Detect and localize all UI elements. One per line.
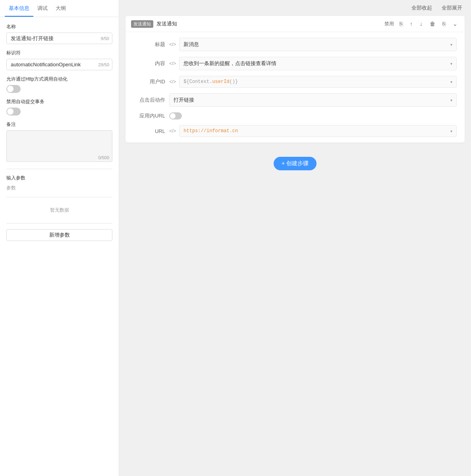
params-sub-label: 参数: [6, 185, 16, 191]
id-count: 29/50: [98, 62, 109, 67]
userid-code-icon: </>: [169, 79, 176, 85]
collapse-all-button[interactable]: 全部收起: [409, 3, 434, 13]
file-icon[interactable]: ⎘: [398, 20, 404, 28]
content-label: 内容: [133, 60, 165, 67]
tab-basic-info[interactable]: 基本信息: [5, 0, 33, 17]
inapp-row: 应用内URL: [133, 112, 457, 119]
chevron-icon[interactable]: ⌄: [451, 20, 459, 28]
params-header: 输入参数: [6, 175, 112, 181]
action-chevron: ▾: [450, 98, 452, 102]
action-select[interactable]: 打开链接 ▾: [169, 93, 457, 107]
action-content: 打开链接 ▾: [169, 93, 457, 107]
create-step-area: + 创建步骤: [125, 147, 465, 177]
auto-submit-label: 禁用自动提交事务: [6, 98, 112, 105]
note-textarea-wrapper: 0/500: [6, 130, 112, 163]
action-row: 点击后动作 打开链接 ▾: [133, 93, 457, 107]
http-toggle[interactable]: [6, 85, 21, 93]
auto-submit-group: 禁用自动提交事务: [6, 98, 112, 116]
tabs-bar: 基本信息 调试 大纲: [0, 0, 119, 17]
content-chevron: ▾: [450, 62, 452, 66]
note-textarea[interactable]: [6, 130, 112, 162]
create-step-button[interactable]: + 创建步骤: [274, 157, 317, 170]
content-row: 内容 </> 您收到一条新的提醒，点击链接查看详情 ▾: [133, 57, 457, 70]
url-row: URL </> https://informat.cn ▾: [133, 125, 457, 137]
id-input-wrapper: 29/50: [6, 59, 112, 70]
name-label: 名称: [6, 23, 112, 30]
auto-submit-toggle-row: [6, 108, 112, 116]
note-label: 备注: [6, 121, 112, 128]
userid-suffix: ()}: [230, 79, 238, 85]
url-code-icon: </>: [169, 128, 176, 134]
id-label: 标识符: [6, 50, 112, 56]
userid-prefix: ${Context.: [183, 79, 212, 85]
auto-submit-toggle[interactable]: [6, 108, 21, 116]
action-value: 打开链接: [174, 96, 194, 104]
left-panel: 基本信息 调试 大纲 名称 9/50 标识符 29/50 允许通过Http方式调…: [0, 0, 119, 476]
right-header: 全部收起 全部展开: [119, 0, 471, 16]
url-field-box[interactable]: https://informat.cn ▾: [179, 125, 457, 137]
params-section: 输入参数 参数: [6, 175, 112, 191]
name-input[interactable]: [6, 33, 112, 44]
id-input[interactable]: [6, 59, 112, 70]
arrow-down-icon[interactable]: ↓: [418, 20, 424, 28]
url-chevron: ▾: [450, 129, 452, 133]
userid-field-box[interactable]: ${Context.userId()} ▾: [179, 76, 457, 88]
right-panel: 全部收起 全部展开 发送通知 发送通知 禁用 ⎘ ↑ ↓ 🗑 ⎘ ⌄: [119, 0, 471, 476]
name-field-group: 名称 9/50: [6, 23, 112, 44]
id-field-group: 标识符 29/50: [6, 50, 112, 70]
step-card: 发送通知 发送通知 禁用 ⎘ ↑ ↓ 🗑 ⎘ ⌄ 标题: [125, 16, 465, 143]
tab-outline[interactable]: 大纲: [52, 0, 70, 17]
http-label: 允许通过Http方式调用自动化: [6, 76, 112, 83]
tab-debug[interactable]: 调试: [33, 0, 52, 17]
content-code-icon: </>: [169, 61, 176, 66]
action-label: 点击后动作: [133, 96, 165, 104]
add-param-button[interactable]: 新增参数: [6, 229, 112, 241]
title-code-icon: </>: [169, 42, 176, 47]
title-row: 标题 </> 新消息 ▾: [133, 38, 457, 51]
userid-label: 用户ID: [133, 78, 165, 85]
params-sub-header: 参数: [6, 185, 112, 191]
title-value: 新消息: [183, 41, 199, 48]
step-card-header: 发送通知 发送通知 禁用 ⎘ ↑ ↓ 🗑 ⎘ ⌄: [125, 16, 465, 32]
delete-icon[interactable]: 🗑: [428, 20, 437, 28]
expand-all-button[interactable]: 全部展开: [439, 3, 465, 13]
divider-2: [6, 197, 112, 197]
divider-1: [6, 169, 112, 169]
divider-3: [6, 223, 112, 224]
right-body: 发送通知 发送通知 禁用 ⎘ ↑ ↓ 🗑 ⎘ ⌄ 标题: [119, 16, 471, 183]
empty-tip: 暂无数据: [6, 203, 112, 218]
step-card-title: 发送通知: [156, 20, 381, 27]
disable-button[interactable]: 禁用: [384, 21, 394, 27]
userid-method: userId: [212, 79, 229, 85]
userid-chevron: ▾: [450, 80, 452, 84]
name-input-wrapper: 9/50: [6, 33, 112, 44]
content-value: 您收到一条新的提醒，点击链接查看详情: [183, 60, 276, 67]
inapp-label: 应用内URL: [133, 112, 165, 119]
url-content: </> https://informat.cn ▾: [169, 125, 457, 137]
userid-content: </> ${Context.userId()} ▾: [169, 76, 457, 88]
name-count: 9/50: [101, 36, 109, 41]
title-content: </> 新消息 ▾: [169, 38, 457, 51]
note-count: 0/500: [98, 155, 109, 160]
title-chevron: ▾: [450, 42, 452, 47]
content-content: </> 您收到一条新的提醒，点击链接查看详情 ▾: [169, 57, 457, 70]
left-content: 名称 9/50 标识符 29/50 允许通过Http方式调用自动化 禁用自动提交…: [0, 17, 119, 247]
note-field-group: 备注 0/500: [6, 121, 112, 163]
http-toggle-group: 允许通过Http方式调用自动化: [6, 76, 112, 93]
step-type-badge: 发送通知: [131, 20, 153, 28]
title-label: 标题: [133, 41, 165, 48]
title-field-box[interactable]: 新消息 ▾: [179, 38, 457, 51]
step-card-actions: 禁用 ⎘ ↑ ↓ 🗑 ⎘ ⌄: [384, 20, 459, 28]
inapp-toggle[interactable]: [169, 112, 182, 119]
arrow-up-icon[interactable]: ↑: [408, 20, 414, 28]
userid-value: ${Context.userId()}: [183, 79, 238, 85]
duplicate-icon[interactable]: ⎘: [441, 20, 447, 28]
content-field-box[interactable]: 您收到一条新的提醒，点击链接查看详情 ▾: [179, 57, 457, 70]
params-label: 输入参数: [6, 175, 25, 181]
userid-row: 用户ID </> ${Context.userId()} ▾: [133, 76, 457, 88]
url-label: URL: [133, 128, 165, 134]
url-value: https://informat.cn: [183, 128, 238, 134]
inapp-content: [169, 112, 457, 119]
http-toggle-row: [6, 85, 112, 93]
step-card-body: 标题 </> 新消息 ▾ 内容 </> 您收到一: [125, 32, 465, 143]
